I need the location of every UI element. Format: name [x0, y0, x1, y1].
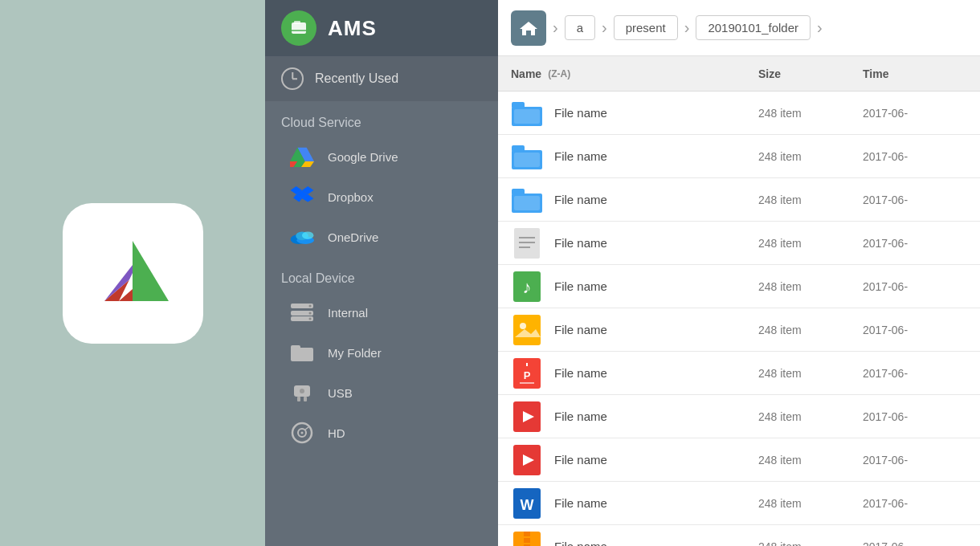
file-time: 2017-06- — [863, 150, 967, 163]
svg-rect-29 — [291, 345, 300, 350]
file-name: File name — [554, 366, 758, 380]
image-icon — [513, 315, 541, 345]
usb-label: USB — [328, 386, 353, 400]
svg-rect-69 — [524, 538, 530, 543]
column-time[interactable]: Time — [863, 67, 967, 81]
sidebar-item-google-drive[interactable]: Google Drive — [265, 136, 498, 177]
breadcrumb-a[interactable]: a — [565, 15, 595, 40]
home-icon — [520, 20, 537, 36]
breadcrumb-folder[interactable]: 20190101_folder — [696, 15, 811, 40]
sidebar-item-usb[interactable]: USB — [265, 373, 498, 413]
google-drive-icon — [289, 144, 315, 169]
sidebar-item-internal[interactable]: Internal — [265, 292, 498, 332]
table-row[interactable]: P File name 248 item 2017-06- — [498, 352, 980, 395]
svg-text:P: P — [524, 369, 531, 381]
file-size: 248 item — [758, 280, 863, 293]
file-name: File name — [554, 236, 758, 250]
svg-rect-40 — [512, 102, 525, 108]
file-icon — [511, 314, 543, 346]
column-name[interactable]: Name (Z-A) — [511, 67, 758, 80]
chevron-3-icon: › — [681, 18, 693, 37]
ams-logo-svg — [88, 229, 177, 317]
file-name: File name — [554, 410, 758, 423]
file-size: 248 item — [758, 497, 863, 510]
music-icon: ♪ — [513, 271, 541, 302]
logo-area — [0, 0, 265, 546]
file-rows-container: File name 248 item 2017-06- File name 24… — [498, 92, 980, 546]
file-size: 248 item — [758, 237, 863, 250]
file-icon — [511, 141, 543, 173]
file-name: File name — [554, 496, 758, 510]
table-row[interactable]: ♪ File name 248 item 2017-06- — [498, 265, 980, 308]
app-title: AMS — [328, 16, 377, 41]
svg-marker-0 — [133, 241, 169, 301]
logo-card — [63, 203, 203, 344]
sidebar-item-recently-used[interactable]: Recently Used — [265, 56, 498, 101]
svg-marker-38 — [520, 22, 537, 35]
file-time: 2017-06- — [863, 410, 967, 423]
file-size: 248 item — [758, 454, 863, 467]
local-device-category: Local Device — [265, 257, 498, 292]
dropbox-icon — [289, 184, 315, 210]
column-size[interactable]: Size — [758, 67, 863, 81]
sidebar-item-onedrive[interactable]: OneDrive — [265, 217, 498, 257]
table-row[interactable]: File name 248 item 2017-06- — [498, 135, 980, 178]
table-row[interactable]: File name 248 item 2017-06- — [498, 308, 980, 352]
breadcrumb-present[interactable]: present — [614, 15, 678, 40]
file-icon: W — [511, 487, 543, 520]
table-row[interactable]: File name 248 item 2017-06- — [498, 395, 980, 438]
svg-point-36 — [301, 432, 304, 434]
table-row[interactable]: File name 248 item 2017-06- — [498, 525, 980, 546]
file-icon — [511, 227, 543, 259]
sidebar-item-hd[interactable]: HD — [265, 413, 498, 453]
google-drive-label: Google Drive — [328, 150, 398, 164]
file-time: 2017-06- — [863, 367, 967, 380]
onedrive-icon — [289, 224, 315, 250]
svg-line-37 — [305, 427, 308, 430]
svg-rect-44 — [514, 153, 540, 167]
svg-point-55 — [520, 323, 526, 329]
table-row[interactable]: File name 248 item 2017-06- — [498, 178, 980, 222]
app-logo-icon — [281, 10, 316, 46]
onedrive-label: OneDrive — [328, 230, 378, 244]
app-logo-svg — [288, 18, 309, 39]
svg-point-25 — [309, 305, 312, 308]
file-time: 2017-06- — [863, 237, 967, 250]
folder-open-icon — [512, 187, 542, 213]
sidebar-item-my-folder[interactable]: My Folder — [265, 332, 498, 373]
svg-point-26 — [309, 312, 312, 315]
svg-rect-31 — [297, 397, 300, 401]
svg-point-33 — [300, 389, 304, 393]
file-name: File name — [554, 540, 758, 546]
svg-rect-59 — [520, 382, 534, 384]
internal-label: Internal — [328, 306, 368, 320]
file-size: 248 item — [758, 107, 863, 120]
file-size: 248 item — [758, 367, 863, 380]
folder-open-icon — [512, 100, 542, 126]
word-icon: W — [513, 488, 541, 519]
file-time: 2017-06- — [863, 540, 967, 547]
file-name: File name — [554, 149, 758, 163]
svg-point-27 — [309, 318, 312, 320]
file-list-header: Name (Z-A) Size Time — [498, 56, 980, 92]
svg-rect-54 — [513, 315, 541, 345]
sidebar-item-dropbox[interactable]: Dropbox — [265, 177, 498, 217]
table-row[interactable]: File name 248 item 2017-06- — [498, 92, 980, 135]
file-size: 248 item — [758, 150, 863, 163]
table-row[interactable]: File name 248 item 2017-06- — [498, 438, 980, 482]
sidebar: AMS Recently Used Cloud Service Google D… — [265, 0, 498, 546]
file-size: 248 item — [758, 194, 863, 206]
dropbox-label: Dropbox — [328, 190, 374, 204]
file-icon: ♪ — [511, 271, 543, 303]
file-time: 2017-06- — [863, 497, 967, 510]
chevron-1-icon: › — [549, 18, 561, 37]
sidebar-header: AMS — [265, 0, 498, 56]
table-row[interactable]: File name 248 item 2017-06- — [498, 222, 980, 265]
file-time: 2017-06- — [863, 454, 967, 467]
svg-text:♪: ♪ — [523, 277, 532, 297]
table-row[interactable]: W File name 248 item 2017-06- — [498, 482, 980, 525]
home-button[interactable] — [511, 10, 546, 46]
file-size: 248 item — [758, 540, 863, 547]
svg-point-21 — [302, 231, 313, 239]
svg-rect-4 — [292, 22, 306, 34]
